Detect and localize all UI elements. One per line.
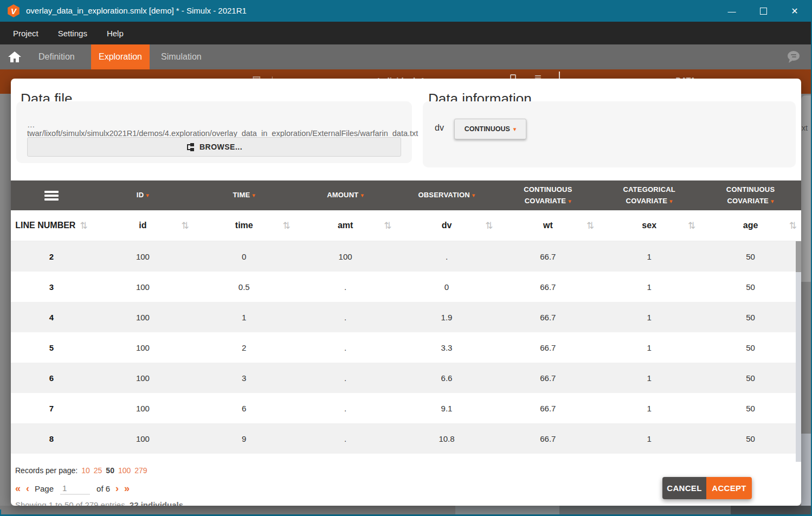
column-time: time⇅: [194, 210, 295, 241]
sort-icon[interactable]: ⇅: [789, 220, 797, 231]
records-option-50[interactable]: 50: [106, 466, 114, 475]
table-scrollbar[interactable]: [796, 241, 801, 462]
line-number-cell: 3: [11, 282, 92, 292]
cell: 100: [92, 252, 194, 261]
cell: 100: [92, 313, 194, 322]
tab-exploration[interactable]: Exploration: [91, 44, 150, 69]
menu-settings[interactable]: Settings: [58, 29, 87, 38]
cell: 2: [194, 343, 295, 352]
dialog-actions: CANCEL ACCEPT: [662, 477, 752, 499]
table-group-header: ID▾ TIME▾ AMOUNT▾ OBSERVATION▾ CONTINUOU…: [11, 180, 801, 210]
cell: 50: [700, 404, 801, 413]
sort-icon[interactable]: ⇅: [282, 220, 290, 231]
column-id: id⇅: [92, 210, 194, 241]
browse-button[interactable]: BROWSE...: [27, 137, 401, 157]
next-page-icon[interactable]: ›: [115, 483, 119, 494]
cell: 100: [92, 434, 194, 443]
sort-icon[interactable]: ⇅: [688, 220, 695, 231]
caret-down-icon: ▾: [568, 198, 571, 204]
cell: 50: [700, 313, 801, 322]
tab-simulation[interactable]: Simulation: [161, 44, 202, 69]
scrollbar-thumb[interactable]: [796, 241, 801, 272]
tab-definition[interactable]: Definition: [38, 44, 75, 69]
column-type-continuous-covariate-2[interactable]: CONTINUOUS COVARIATE▾: [700, 184, 801, 206]
column-type-continuous-covariate[interactable]: CONTINUOUS COVARIATE▾: [497, 184, 598, 206]
app-logo-icon: V: [7, 4, 20, 17]
table-row: 2 100 0 100 . 66.7 1 50: [11, 241, 801, 272]
column-type-id[interactable]: ID▾: [92, 190, 194, 201]
pagination: « ‹ Page of 6 › »: [15, 482, 135, 495]
dv-type-dropdown[interactable]: CONTINUOUS ▾: [454, 119, 526, 139]
home-icon: [8, 50, 22, 63]
records-option-279[interactable]: 279: [134, 466, 147, 475]
sort-icon[interactable]: ⇅: [80, 220, 87, 231]
cell: 1.9: [396, 313, 498, 322]
cell: .: [396, 252, 498, 261]
column-type-amount[interactable]: AMOUNT▾: [295, 190, 396, 201]
first-page-icon[interactable]: «: [15, 483, 21, 494]
backdrop-bottom-strip: [0, 506, 812, 514]
cell: 1: [194, 313, 295, 322]
cell: 6: [194, 404, 295, 413]
window-border: [0, 509, 1, 516]
data-file-panel: …twar/lixoft/simulx/simulx2021R1/demos/4…: [16, 101, 412, 163]
cell: 50: [700, 434, 801, 443]
caret-down-icon: ▾: [360, 192, 364, 198]
column-type-categorical-covariate[interactable]: CATEGORICAL COVARIATE▾: [598, 184, 700, 206]
last-page-icon[interactable]: »: [124, 483, 130, 494]
caret-down-icon: ▾: [472, 192, 475, 198]
data-information-panel: dv CONTINUOUS ▾: [423, 101, 796, 167]
cell: 100: [295, 252, 396, 261]
cell: 100: [92, 343, 194, 352]
backdrop-text-fragment: xt: [802, 124, 808, 132]
table-row: 7 100 6 . 9.1 66.7 1 50: [11, 393, 801, 423]
table-column-header: LINE NUMBER⇅ id⇅ time⇅ amt⇅ dv⇅ wt⇅ sex⇅…: [11, 210, 801, 241]
cell: 3.3: [396, 343, 498, 352]
cancel-button[interactable]: CANCEL: [662, 477, 706, 499]
window-title: overlay_data_in_exploration.smlx [demo] …: [26, 6, 247, 15]
backdrop-right-lower: [801, 434, 812, 506]
column-type-time[interactable]: TIME▾: [194, 190, 295, 201]
cell: 6.6: [396, 373, 498, 383]
column-dv: dv⇅: [396, 210, 498, 241]
title-bar: V overlay_data_in_exploration.smlx [demo…: [0, 0, 812, 22]
cell: 50: [700, 252, 801, 261]
home-button[interactable]: [8, 50, 23, 63]
table-row: 3 100 0.5 . 0 66.7 1 50: [11, 272, 801, 302]
table-row: 5 100 2 . 3.3 66.7 1 50: [11, 332, 801, 363]
cell: 100: [92, 282, 194, 292]
sort-icon[interactable]: ⇅: [587, 220, 594, 231]
accept-button[interactable]: ACCEPT: [706, 477, 752, 499]
menu-project[interactable]: Project: [13, 29, 38, 38]
column-type-observation[interactable]: OBSERVATION▾: [396, 190, 498, 201]
cell: 9: [194, 434, 295, 443]
line-number-cell: 7: [11, 404, 92, 413]
showing-entries: Showing 1 to 50 of 279 entries,22 indivi…: [15, 500, 183, 506]
column-age: age⇅: [700, 210, 801, 241]
cell: 1: [598, 252, 700, 261]
chat-icon[interactable]: [785, 49, 802, 67]
previous-page-icon[interactable]: ‹: [26, 483, 29, 494]
menu-help[interactable]: Help: [107, 29, 124, 38]
cell: 66.7: [497, 313, 598, 322]
cell: 1: [598, 373, 700, 383]
dv-field-label: dv: [435, 123, 444, 133]
cell: 66.7: [497, 434, 598, 443]
cell: .: [295, 343, 396, 352]
records-option-25[interactable]: 25: [94, 466, 102, 475]
records-option-100[interactable]: 100: [118, 466, 131, 475]
close-button[interactable]: ✕: [782, 0, 807, 22]
sort-icon[interactable]: ⇅: [182, 220, 189, 231]
maximize-button[interactable]: [751, 0, 776, 22]
cell: 66.7: [497, 404, 598, 413]
cell: .: [295, 373, 396, 383]
page-input[interactable]: [60, 482, 90, 495]
caret-down-icon: ▾: [513, 126, 517, 133]
sort-icon[interactable]: ⇅: [485, 220, 493, 231]
column-wt: wt⇅: [497, 210, 598, 241]
minimize-button[interactable]: —: [719, 0, 744, 22]
records-option-10[interactable]: 10: [81, 466, 90, 475]
cell: 3: [194, 373, 295, 383]
sort-icon[interactable]: ⇅: [384, 220, 391, 231]
columns-menu-button[interactable]: [11, 189, 92, 202]
